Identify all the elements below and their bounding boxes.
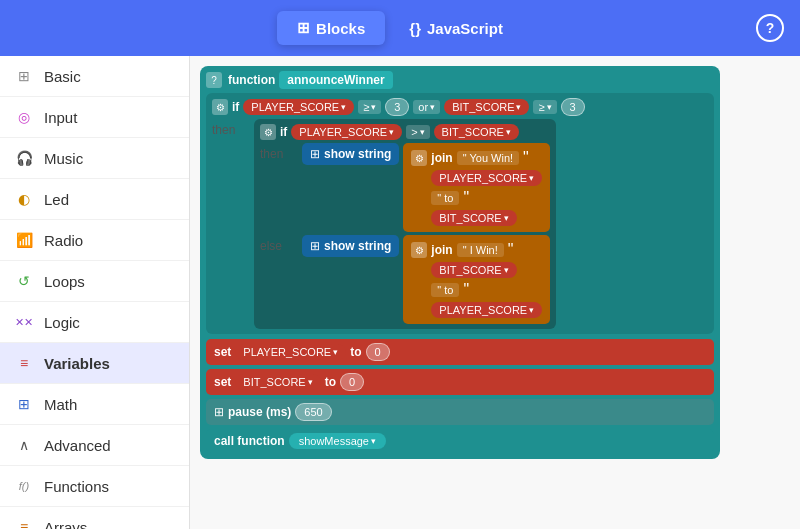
show-string-grid-icon-1: ⊞: [310, 147, 320, 161]
join-var2-row: BIT_SCORE: [431, 210, 542, 226]
join-str4: " to: [431, 283, 459, 297]
sidebar-item-advanced[interactable]: ∧ Advanced: [0, 425, 189, 466]
input-icon: ◎: [14, 107, 34, 127]
functions-icon: f(): [14, 476, 34, 496]
then-show-section: then ⊞ show string ⚙: [260, 143, 550, 232]
block-workspace: ? function announceWinner ⚙ if PLAYER_SC…: [200, 66, 790, 526]
sidebar-item-radio[interactable]: 📶 Radio: [0, 220, 189, 261]
tab-blocks[interactable]: ⊞ Blocks: [277, 11, 385, 45]
music-icon: 🎧: [14, 148, 34, 168]
tab-group: ⊞ Blocks {} JavaScript: [277, 11, 523, 45]
join-var1-row: PLAYER_SCORE: [431, 170, 542, 186]
set1-var[interactable]: PLAYER_SCORE: [235, 344, 346, 360]
tab-blocks-label: Blocks: [316, 20, 365, 37]
inner-if-right-var[interactable]: BIT_SCORE: [434, 124, 519, 140]
sidebar-label-music: Music: [44, 150, 83, 167]
function-block: ? function announceWinner ⚙ if PLAYER_SC…: [200, 66, 720, 459]
condition-left-op[interactable]: ≥: [358, 100, 381, 114]
then-show-block: ⊞ show string ⚙ join " You Win!: [302, 143, 550, 232]
js-icon: {}: [409, 20, 421, 37]
main-area: ⊞ Basic ◎ Input 🎧 Music ◐ Led 📶 Radio ↺ …: [0, 56, 800, 529]
join-var1[interactable]: PLAYER_SCORE: [431, 170, 542, 186]
loops-icon: ↺: [14, 271, 34, 291]
sidebar-label-loops: Loops: [44, 273, 85, 290]
join-var4[interactable]: PLAYER_SCORE: [431, 302, 542, 318]
join-var4-row: PLAYER_SCORE: [431, 302, 542, 318]
inner-if-left-var[interactable]: PLAYER_SCORE: [291, 124, 402, 140]
join-header-1: ⚙ join " You Win! ": [411, 149, 542, 167]
sidebar-item-variables[interactable]: ≡ Variables: [0, 343, 189, 384]
condition-right-val: 3: [561, 98, 585, 116]
join-var3[interactable]: BIT_SCORE: [431, 262, 516, 278]
sidebar-label-variables: Variables: [44, 355, 110, 372]
show-string-block-1: ⊞ show string: [302, 143, 399, 165]
else-show-block: ⊞ show string ⚙ join " I Win!: [302, 235, 550, 324]
join-block-1: ⚙ join " You Win! " PLAYER_SCORE: [403, 143, 550, 232]
inner-if-gear-icon[interactable]: ⚙: [260, 124, 276, 140]
basic-icon: ⊞: [14, 66, 34, 86]
tab-javascript[interactable]: {} JavaScript: [389, 11, 523, 45]
canvas: ? function announceWinner ⚙ if PLAYER_SC…: [190, 56, 800, 529]
condition-left-var[interactable]: PLAYER_SCORE: [243, 99, 354, 115]
set1-val: 0: [366, 343, 390, 361]
sidebar-label-led: Led: [44, 191, 69, 208]
pause-val: 650: [295, 403, 331, 421]
sidebar-item-loops[interactable]: ↺ Loops: [0, 261, 189, 302]
join-str1: " You Win!: [457, 151, 519, 165]
join-str4-row: " to ": [431, 281, 542, 299]
led-icon: ◐: [14, 189, 34, 209]
call-function-block: call function showMessage: [206, 429, 714, 453]
tab-js-label: JavaScript: [427, 20, 503, 37]
sidebar-item-input[interactable]: ◎ Input: [0, 97, 189, 138]
then-section: then ⚙ if PLAYER_SCORE > BIT_SCORE: [212, 119, 708, 329]
sidebar-label-radio: Radio: [44, 232, 83, 249]
blocks-icon: ⊞: [297, 19, 310, 37]
show-string-grid-icon-2: ⊞: [310, 239, 320, 253]
set2-val: 0: [340, 373, 364, 391]
sidebar-item-logic[interactable]: ✕✕ Logic: [0, 302, 189, 343]
sidebar-label-input: Input: [44, 109, 77, 126]
join-gear-2[interactable]: ⚙: [411, 242, 427, 258]
bottom-blocks: set PLAYER_SCORE to 0 set BIT_SCORE to 0: [206, 339, 714, 453]
else-show-section: else ⊞ show string ⚙: [260, 235, 550, 324]
inner-if-row: ⚙ if PLAYER_SCORE > BIT_SCORE: [260, 124, 550, 140]
join-var2[interactable]: BIT_SCORE: [431, 210, 516, 226]
logic-icon: ✕✕: [14, 312, 34, 332]
join-str2-row: " to ": [431, 189, 542, 207]
set2-var[interactable]: BIT_SCORE: [235, 374, 320, 390]
join-str2: " to: [431, 191, 459, 205]
sidebar-item-arrays[interactable]: ≡ Arrays: [0, 507, 189, 529]
sidebar-item-math[interactable]: ⊞ Math: [0, 384, 189, 425]
header: ⊞ Blocks {} JavaScript ?: [0, 0, 800, 56]
sidebar-label-advanced: Advanced: [44, 437, 111, 454]
outer-if-block: ⚙ if PLAYER_SCORE ≥ 3 or BIT_SCORE ≥ 3 t…: [206, 93, 714, 334]
join-var3-row: BIT_SCORE: [431, 262, 542, 278]
sidebar-item-music[interactable]: 🎧 Music: [0, 138, 189, 179]
pause-block: ⊞ pause (ms) 650: [206, 399, 714, 425]
show-string-block-2: ⊞ show string: [302, 235, 399, 257]
if-row: ⚙ if PLAYER_SCORE ≥ 3 or BIT_SCORE ≥ 3: [212, 98, 708, 116]
sidebar-item-led[interactable]: ◐ Led: [0, 179, 189, 220]
sidebar-label-basic: Basic: [44, 68, 81, 85]
call-fn-name[interactable]: showMessage: [289, 433, 386, 449]
join-str3: " I Win!: [457, 243, 504, 257]
sidebar-item-basic[interactable]: ⊞ Basic: [0, 56, 189, 97]
join-header-2: ⚙ join " I Win! ": [411, 241, 542, 259]
join-gear-1[interactable]: ⚙: [411, 150, 427, 166]
function-question-icon: ?: [206, 72, 222, 88]
sidebar-label-math: Math: [44, 396, 77, 413]
advanced-icon: ∧: [14, 435, 34, 455]
arrays-icon: ≡: [14, 517, 34, 529]
if-gear-icon[interactable]: ⚙: [212, 99, 228, 115]
condition-right-var[interactable]: BIT_SCORE: [444, 99, 529, 115]
function-name-badge: announceWinner: [279, 71, 392, 89]
variables-icon: ≡: [14, 353, 34, 373]
condition-right-op[interactable]: ≥: [533, 100, 556, 114]
inner-if-op[interactable]: >: [406, 125, 429, 139]
set-bit-score-block: set BIT_SCORE to 0: [206, 369, 714, 395]
sidebar-item-functions[interactable]: f() Functions: [0, 466, 189, 507]
condition-connector[interactable]: or: [413, 100, 440, 114]
math-icon: ⊞: [14, 394, 34, 414]
sidebar-label-logic: Logic: [44, 314, 80, 331]
help-button[interactable]: ?: [756, 14, 784, 42]
